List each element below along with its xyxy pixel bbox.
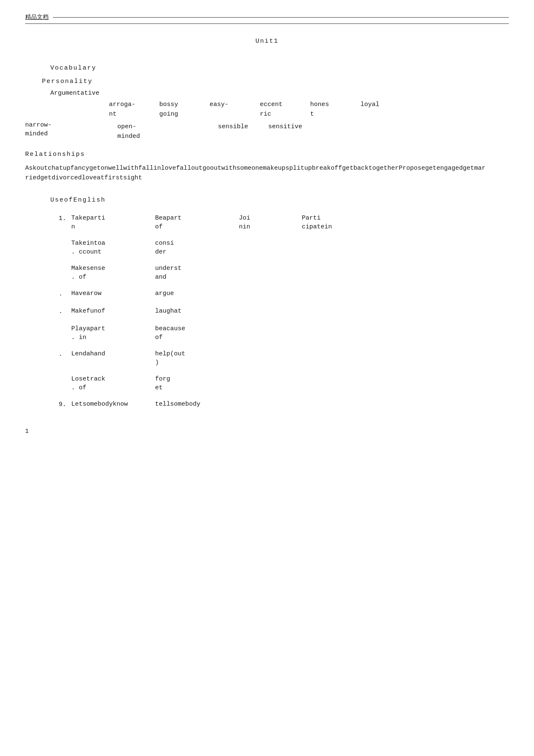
phrase-row-6: Playapart. in beacauseof [59, 324, 509, 342]
vocabulary-label: Vocabulary [50, 63, 509, 73]
word-bossy: bossygoing [159, 100, 210, 119]
phrase-num-5: . [59, 307, 71, 317]
phrase-col2-7: help(out) [155, 350, 239, 367]
header-title: 精品文档 [25, 13, 49, 22]
personality-label: Personality [42, 77, 509, 87]
phrase-col2-2: consider [155, 239, 239, 256]
header-line [53, 17, 509, 18]
phrase-col3-1: Joinin [239, 214, 302, 231]
phrase-col4-1: Participatein [302, 214, 386, 231]
phrase-row-2: Takeintoa. ccount consider [59, 239, 509, 256]
word-honest: honest [310, 100, 360, 119]
phrase-col1-4: Havearow [71, 289, 155, 298]
phrase-col1-5: Makefunof [71, 307, 155, 316]
phrase-row-5: . Makefunof laughat [59, 307, 509, 317]
phrase-num-4: . [59, 289, 71, 299]
phrase-col2-3: understand [155, 264, 239, 282]
relationships-title: Relationships [25, 150, 509, 160]
phrase-col1-2: Takeintoa. ccount [71, 239, 155, 256]
vocabulary-section: Vocabulary Personality Argumentative arr… [25, 63, 509, 141]
word-eccentric: eccentric [260, 100, 310, 119]
phrase-col2-4: argue [155, 289, 239, 298]
unit-title: Unit1 [25, 36, 509, 47]
phrase-num-9: 9. [59, 400, 71, 410]
relationships-section: Relationships Askoutchatupfancygetonwell… [25, 150, 509, 183]
phrase-col2-1: Beapartof [155, 214, 239, 231]
page-number: 1 [25, 427, 509, 436]
phrase-num-1: 1. [59, 214, 71, 224]
phrase-col2-9: tellsomebody [155, 400, 239, 409]
phrase-col1-1: Takepartin [71, 214, 155, 231]
phrase-col1-8: Losetrack. of [71, 375, 155, 392]
words-row1: arroga-nt bossygoing easy- eccentric hon… [109, 100, 509, 119]
phrase-num-7: . [59, 350, 71, 360]
phrase-row-7: . Lendahand help(out) [59, 350, 509, 367]
argumentative-label: Argumentative [50, 88, 509, 98]
phrase-col2-5: laughat [155, 307, 239, 316]
word-open-minded: open-minded [117, 122, 168, 141]
phrases-table: 1. Takepartin Beapartof Joinin Participa… [59, 214, 509, 410]
narrow-section: narrow-minded open-minded sensible sensi… [25, 121, 509, 141]
phrase-row-4: . Havearow argue [59, 289, 509, 299]
phrase-row-8: Losetrack. of forget [59, 375, 509, 392]
phrase-row-3: Makesense. of understand [59, 264, 509, 282]
phrase-col1-6: Playapart. in [71, 324, 155, 342]
word-loyal: loyal [360, 100, 411, 119]
word-blank [168, 122, 218, 141]
phrase-col2-8: forget [155, 375, 239, 392]
phrase-col1-7: Lendahand [71, 350, 155, 358]
word-sensible: sensible [218, 122, 268, 141]
use-of-english-label: UseofEnglish [50, 195, 509, 205]
words-row2: open-minded sensible sensitive [117, 122, 319, 141]
word-arrogant: arroga-nt [109, 100, 159, 119]
phrase-row-1: 1. Takepartin Beapartof Joinin Participa… [59, 214, 509, 231]
phrase-col2-6: beacauseof [155, 324, 239, 342]
phrase-col1-3: Makesense. of [71, 264, 155, 282]
word-easygoing: easy- [210, 100, 260, 119]
relationships-text: Askoutchatupfancygetonwellwithfallinlove… [25, 164, 486, 183]
phrase-col1-9: Letsomebodyknow [71, 400, 155, 409]
narrow-minded-label: narrow-minded [25, 121, 92, 141]
word-sensitive: sensitive [268, 122, 319, 141]
header-bar: 精品文档 [25, 13, 509, 24]
phrase-row-9: 9. Letsomebodyknow tellsomebody [59, 400, 509, 410]
